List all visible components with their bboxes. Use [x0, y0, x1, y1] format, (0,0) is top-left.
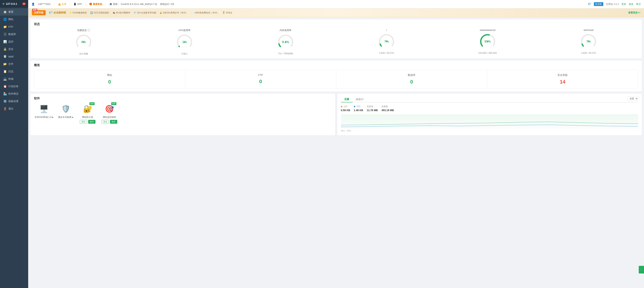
sidebar-item-logs[interactable]: 📋 日志 [0, 68, 28, 75]
software-buttons: 预览购买 [102, 120, 117, 124]
topbar-uptime: 持续运行: 0天 [160, 2, 174, 6]
gauge-label-mem: 内存使用率 [280, 29, 292, 32]
sidebar-item-terminal[interactable]: 💻 终端 [0, 75, 28, 83]
status-section: 状态 负载状态 ? 0% 运行流畅 CPU使用率 [30, 19, 642, 58]
software-btn-购买[interactable]: 购买 [88, 120, 96, 124]
sidebar-ip: 127.0.0.1 [6, 2, 21, 5]
gauge-value-cpu: 1% [182, 40, 187, 44]
topbar-update[interactable]: 更新 [622, 2, 626, 6]
crontab-icon: ⏰ [3, 85, 6, 88]
database-icon: 🗄️ [3, 32, 6, 36]
terminal-icon: 💻 [3, 77, 6, 81]
sidebar-item-label: 软件商店 [8, 92, 18, 95]
sidebar-item-label: 计划任务 [8, 85, 18, 88]
topbar-user: 138****2021 [38, 3, 51, 5]
promo-feature: ✉️1000条免费短信（年付） [191, 11, 219, 14]
topbar-invite[interactable]: 🎁 邀请奖励 [89, 2, 102, 6]
traffic-tabs: 流量 磁盘IO 全部 [341, 97, 638, 102]
software-buttons: 预览购买 [80, 120, 96, 124]
topbar-repair[interactable]: 修复 [629, 2, 634, 6]
sidebar-item-label: WAF [8, 55, 14, 58]
bottom-row: 软件 🖥️ 宝塔SSH终端 1.0 ▶ 🛡️ 微步木马检测 ▶ 🔐 推荐 网站防… [30, 94, 642, 135]
traffic-tab-select[interactable]: 全部 [628, 97, 638, 102]
logs-icon: 📋 [3, 70, 6, 73]
topbar-restart[interactable]: 重启 [636, 2, 641, 6]
alert-icon: 🔔 [58, 3, 61, 5]
files-icon: 📂 [3, 62, 6, 66]
user-icon: 👤 [32, 2, 35, 6]
sidebar-item-crontab[interactable]: ⏰ 计划任务 [0, 83, 28, 90]
sidebar-item-logout[interactable]: 🚪 退出 [0, 105, 28, 112]
diamond-icon: 💎 [588, 2, 591, 6]
gauge-value-disk1: 7% [384, 40, 389, 43]
software-item-宝塔SSH终端 1.0: 🖥️ 宝塔SSH终端 1.0 ▶ [34, 103, 54, 124]
gauge-ring-mem: 9.4% [276, 33, 295, 51]
sidebar-item-database[interactable]: 🗄️ 数据库 [0, 30, 28, 38]
overview-card-数据库[interactable]: 数据库 0 [336, 70, 487, 88]
traffic-section: 流量 磁盘IO 全部 上行 0.58 KB 下行 1.48 KB 总发送 11.… [337, 94, 642, 135]
sidebar-item-monitor[interactable]: 📊 监控 [0, 38, 28, 45]
promo-feature: 🔒2张SSL商用证书（年付） [160, 11, 188, 14]
gauge-label-disk3: /etc/hosts [584, 29, 594, 31]
promo-see-more[interactable]: 查看更多>> [628, 11, 640, 14]
gauge-label-load: 负载状态 ? [77, 29, 90, 32]
software-item-网站监控报表: 🎯 推荐 网站监控报表 预览购买 [100, 103, 120, 124]
software-section: 软件 🖥️ 宝塔SSH终端 1.0 ▶ 🛡️ 微步木马检测 ▶ 🔐 推荐 网站防… [30, 94, 335, 135]
float-btn-评价[interactable]: 评价 [639, 270, 644, 274]
traffic-stat-上行: 上行 0.58 KB [341, 105, 350, 112]
traffic-stat-下行: 下行 1.48 KB [354, 105, 363, 112]
sidebar-item-appstore[interactable]: 🏪 软件商店 [0, 90, 28, 97]
gauge-ring-load: 0% [74, 33, 93, 51]
overview-title: 概览 [34, 63, 638, 67]
overview-card-FTP[interactable]: FTP 0 [185, 70, 336, 88]
topbar-alert[interactable]: 🔔 告警 [58, 2, 66, 6]
tab-traffic[interactable]: 流量 [341, 97, 352, 102]
arrow-icon: ▶ [52, 116, 54, 118]
overview-card-安全风险[interactable]: 安全风险 14 [487, 70, 638, 88]
overview-card-value: 14 [560, 79, 566, 85]
sidebar-item-label: 日志 [8, 70, 14, 73]
traffic-unit-label: 单位：KB/s [341, 129, 638, 132]
traffic-stat-label: 上行 [341, 105, 350, 108]
sidebar-item-waf[interactable]: 🛡️ WAF [0, 53, 28, 60]
software-grid: 🖥️ 宝塔SSH终端 1.0 ▶ 🛡️ 微步木马检测 ▶ 🔐 推荐 网站防火墙 … [34, 103, 332, 124]
appstore-icon: 🏪 [3, 92, 6, 95]
overview-card-value: 0 [259, 79, 262, 84]
topbar-free-version: 免费版 8.0.0 [606, 2, 619, 6]
traffic-stat-label: 总接收 [382, 105, 394, 108]
overview-card-网站[interactable]: 网站 0 [34, 70, 185, 88]
sidebar-item-files[interactable]: 📂 文件 [0, 60, 28, 68]
gauge-disk1: / 7% 3.83G / 58.37G [337, 29, 436, 54]
software-icon: 🔐 [83, 105, 92, 113]
traffic-stat-总接收: 总接收 453.19 MB [382, 105, 394, 112]
sidebar-item-settings[interactable]: ⚙️ 面板设置 [0, 97, 28, 105]
gauge-ring-disk1: 7% [378, 32, 396, 51]
software-name: 网站监控报表 [103, 116, 116, 119]
traffic-chart [341, 114, 638, 129]
float-btn-客服[interactable]: 客服 [639, 266, 644, 270]
topbar-app[interactable]: 📱 APP [74, 3, 82, 5]
gauge-sub-disk1: 3.83G / 58.37G [379, 52, 394, 54]
enterprise-badge: 企业版 [594, 2, 603, 6]
tooltip-icon[interactable]: ? [88, 29, 90, 31]
traffic-stats: 上行 0.58 KB 下行 1.48 KB 总发送 11.76 MB 总接收 4… [341, 105, 638, 112]
promo-diamond-icon: 💎 [48, 11, 52, 15]
gauge-value-disk2: 55% [484, 40, 491, 43]
software-badge: 推荐 [111, 102, 116, 105]
sidebar-item-ftp[interactable]: 📁 FTP [0, 23, 28, 30]
overview-card-value: 0 [410, 79, 413, 85]
sidebar-item-security[interactable]: 🔒 安全 [0, 45, 28, 53]
software-btn-预览[interactable]: 预览 [102, 120, 109, 124]
software-item-微步木马检测: 🛡️ 微步木马检测 ▶ [56, 103, 76, 124]
traffic-select[interactable]: 全部 [628, 97, 638, 101]
sidebar: 127.0.0.1 0 🏠 首页🌐 网站📁 FTP🗄️ 数据库📊 监控🔒 安全🛡… [0, 0, 28, 288]
gauge-load: 负载状态 ? 0% 运行流畅 [34, 29, 133, 55]
software-icon: 🛡️ [61, 105, 70, 113]
sidebar-item-home[interactable]: 🏠 首页 [0, 8, 28, 16]
sidebar-item-label: 面板设置 [8, 100, 18, 103]
tab-disk-io[interactable]: 磁盘IO [352, 97, 367, 102]
software-btn-预览[interactable]: 预览 [80, 120, 87, 124]
software-btn-购买[interactable]: 购买 [110, 120, 117, 124]
upgrade-button[interactable]: 推荐 立即升级 [32, 10, 46, 15]
sidebar-item-website[interactable]: 🌐 网站 [0, 16, 28, 23]
